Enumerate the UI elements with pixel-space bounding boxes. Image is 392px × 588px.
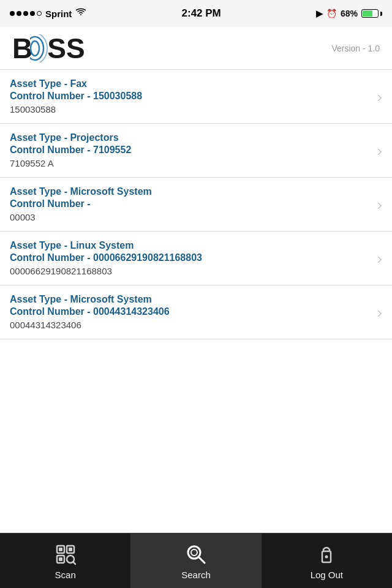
logo-b: B	[12, 34, 32, 62]
asset-item-1[interactable]: Asset Type - Projectors Control Number -…	[0, 124, 392, 178]
app-header: B SS Version - 1.0	[0, 27, 392, 70]
svg-rect-8	[59, 548, 62, 551]
chevron-icon-1: ›	[377, 143, 382, 159]
asset-control-0: Control Number - 150030588	[10, 91, 361, 102]
svg-rect-10	[59, 557, 62, 561]
asset-type-3: Asset Type - Linux System	[10, 240, 361, 251]
svg-line-7	[73, 562, 75, 564]
asset-control-3: Control Number - 00006629190821168803	[10, 252, 361, 263]
wifi-icon	[75, 8, 86, 19]
chevron-icon-2: ›	[377, 197, 382, 213]
logout-icon	[314, 542, 339, 567]
battery-percentage: 68%	[341, 9, 358, 18]
asset-control-4: Control Number - 00044314323406	[10, 306, 361, 317]
asset-type-2: Asset Type - Microsoft System	[10, 186, 361, 197]
asset-item-0[interactable]: Asset Type - Fax Control Number - 150030…	[0, 70, 392, 124]
logout-label: Log Out	[311, 570, 343, 580]
dot-1	[10, 11, 15, 16]
svg-line-12	[198, 557, 205, 563]
alarm-icon: ⏰	[326, 9, 337, 18]
scan-label: Scan	[55, 570, 76, 580]
dot-4	[30, 11, 35, 16]
svg-point-15	[325, 555, 328, 558]
scan-icon	[53, 542, 78, 567]
dot-2	[17, 11, 21, 16]
asset-value-1: 7109552 A	[10, 158, 361, 168]
asset-value-2: 00003	[10, 212, 361, 222]
dot-3	[23, 11, 28, 16]
asset-item-3[interactable]: Asset Type - Linux System Control Number…	[0, 232, 392, 285]
tab-scan[interactable]: Scan	[0, 533, 130, 588]
svg-point-0	[31, 41, 39, 56]
status-left: Sprint	[10, 8, 86, 19]
asset-type-4: Asset Type - Microsoft System	[10, 294, 361, 305]
asset-type-1: Asset Type - Projectors	[10, 132, 361, 143]
svg-point-1	[30, 37, 43, 60]
tab-search[interactable]: Search	[130, 533, 261, 588]
app-logo: B SS	[12, 34, 85, 62]
asset-item-4[interactable]: Asset Type - Microsoft System Control Nu…	[0, 285, 392, 339]
battery-icon	[361, 9, 382, 18]
tab-bar: Scan Search Log Out	[0, 533, 392, 588]
version-label: Version - 1.0	[331, 43, 380, 53]
asset-list: Asset Type - Fax Control Number - 150030…	[0, 70, 392, 533]
svg-point-13	[191, 549, 197, 556]
status-right: ▶ ⏰ 68%	[316, 9, 382, 18]
carrier-name: Sprint	[45, 9, 72, 19]
asset-control-2: Control Number -	[10, 198, 361, 209]
asset-control-1: Control Number - 7109552	[10, 145, 361, 156]
search-icon	[184, 542, 208, 567]
location-icon: ▶	[316, 9, 323, 18]
status-bar: Sprint 2:42 PM ▶ ⏰ 68%	[0, 0, 392, 27]
asset-item-2[interactable]: Asset Type - Microsoft System Control Nu…	[0, 178, 392, 232]
tab-logout[interactable]: Log Out	[262, 533, 392, 588]
asset-value-4: 00044314323406	[10, 320, 361, 330]
chevron-icon-3: ›	[377, 251, 382, 266]
svg-rect-9	[69, 548, 72, 551]
dot-5	[37, 11, 42, 16]
chevron-icon-4: ›	[377, 304, 382, 320]
time-display: 2:42 PM	[182, 7, 221, 20]
asset-value-3: 00006629190821168803	[10, 266, 361, 276]
asset-value-0: 150030588	[10, 104, 361, 115]
signal-dots	[10, 11, 42, 16]
chevron-icon-0: ›	[377, 89, 382, 105]
search-label: Search	[181, 570, 211, 580]
logo-ss: SS	[47, 34, 85, 62]
asset-type-0: Asset Type - Fax	[10, 78, 361, 89]
